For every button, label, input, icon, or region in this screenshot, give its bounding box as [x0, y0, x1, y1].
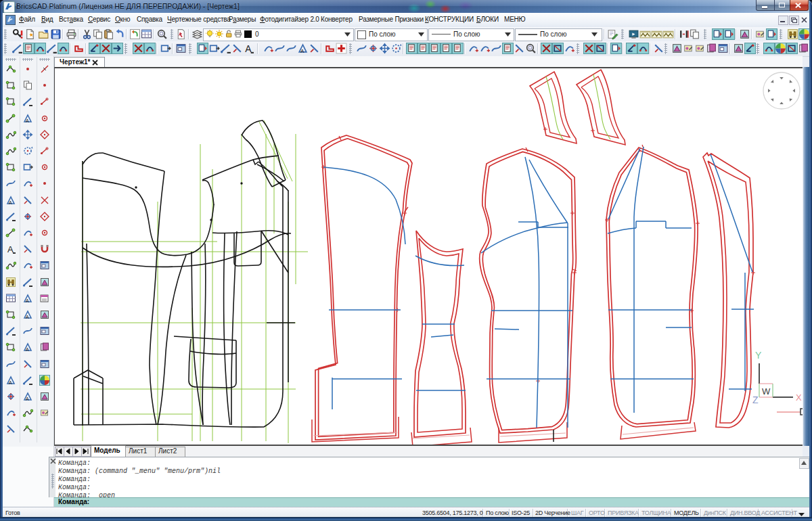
svg-text:A: A [7, 244, 14, 254]
svg-text:Y: Y [755, 350, 762, 361]
svg-text:X: X [796, 392, 802, 403]
svg-text:A: A [9, 200, 12, 205]
svg-text:A: A [9, 380, 12, 385]
svg-text:A: A [26, 315, 29, 319]
svg-text:A: A [26, 347, 29, 352]
svg-text:A: A [26, 298, 29, 303]
svg-text:A: A [300, 48, 304, 54]
svg-text:Z: Z [752, 394, 759, 405]
svg-text:A: A [26, 118, 29, 123]
svg-text:A: A [26, 397, 29, 401]
svg-text:W: W [762, 386, 771, 397]
